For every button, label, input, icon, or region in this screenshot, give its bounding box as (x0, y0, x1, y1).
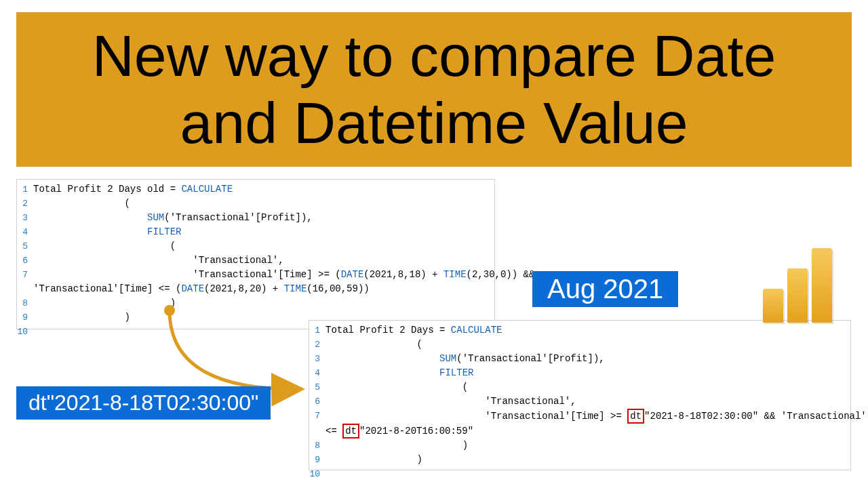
title-text: New way to compare Date and Datetime Val… (43, 22, 825, 157)
code-text: 'Transactional'[Time] >= (DATE(2021,8,18… (33, 268, 534, 282)
code-text: ( (33, 239, 176, 253)
code-text: 'Transactional'[Time] <= (DATE(2021,8,20… (33, 282, 370, 296)
powerbi-logo-icon (757, 241, 838, 323)
code-text: SUM('Transactional'[Profit]), (326, 352, 605, 366)
dt-highlight: dt (342, 424, 359, 439)
code-text: ) (326, 453, 422, 467)
code-text: Total Profit 2 Days = CALCULATE (326, 323, 502, 338)
dt-literal-text: dt"2021-8-18T02:30:00" (28, 390, 258, 415)
code-text: 'Transactional', (326, 394, 576, 409)
code-text: ( (326, 338, 422, 352)
code-text: FILTER (326, 366, 473, 380)
month-text: Aug 2021 (547, 274, 663, 304)
code-text: FILTER (33, 225, 181, 239)
code-text (33, 325, 39, 339)
code-text: ) (33, 310, 130, 325)
title-banner: New way to compare Date and Datetime Val… (16, 12, 852, 167)
month-label: Aug 2021 (532, 271, 678, 307)
code-text: 'Transactional', (33, 253, 284, 268)
code-text: SUM('Transactional'[Profit]), (33, 211, 313, 225)
code-text: <= dt"2021-8-20T16:00:59" (326, 424, 473, 439)
code-box-new: 1Total Profit 2 Days = CALCULATE 2 ( 3 S… (309, 320, 851, 470)
code-text: ( (33, 197, 130, 211)
dt-literal-label: dt"2021-8-18T02:30:00" (16, 386, 271, 420)
code-text: ( (326, 380, 468, 394)
code-text: ) (326, 439, 468, 453)
code-text: 'Transactional'[Time] >= dt"2021-8-18T02… (326, 409, 868, 424)
code-text (326, 467, 331, 481)
code-text: Total Profit 2 Days old = CALCULATE (33, 182, 233, 197)
dt-highlight: dt (627, 409, 644, 424)
